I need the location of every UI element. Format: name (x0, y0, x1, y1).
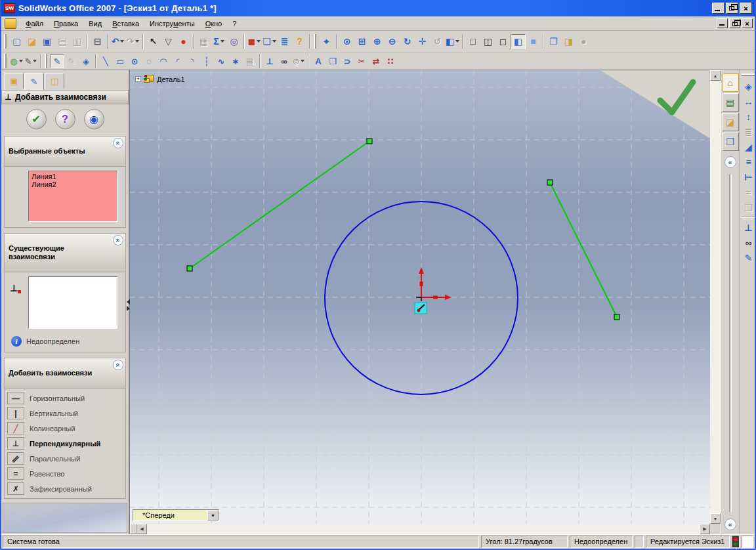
collapse-chevron-button[interactable]: « (113, 235, 123, 245)
shadows-in-shaded-mode-button[interactable]: ❐ (546, 34, 561, 49)
combo-dropdown-button[interactable]: ▼ (207, 510, 219, 520)
collapse-chevron-button[interactable]: « (113, 138, 123, 148)
print-button[interactable]: ⊟ (90, 34, 105, 49)
centerpoint-arc-tool-button[interactable]: ◠ (156, 54, 171, 68)
relation-row-collinear[interactable]: ╱ Колинеарный (5, 421, 125, 436)
ordinate-dimension-button[interactable]: ≡ (741, 154, 756, 169)
relation-row-horizontal[interactable]: — Горизонтальный (5, 391, 125, 406)
vertical-scrollbar[interactable]: ▲ ▼ (710, 70, 721, 524)
scroll-down-button[interactable]: ▼ (710, 513, 721, 524)
file-explorer-tab[interactable]: ◪ (722, 113, 739, 131)
scroll-left-button[interactable]: ◀ (136, 524, 147, 534)
hidden-lines-visible-button[interactable]: ◫ (480, 34, 495, 49)
vertical-relation-icon[interactable]: | (7, 407, 24, 419)
existing-relations-list[interactable] (28, 276, 117, 329)
open-document-button[interactable]: ◪ (24, 34, 39, 49)
menu-item-insert[interactable]: Вставка (107, 18, 144, 29)
sketch-button[interactable]: ✎ (50, 54, 64, 68)
menu-item-tools[interactable]: Инструменты (144, 18, 200, 29)
sketch-line[interactable] (190, 141, 369, 268)
graphics-area[interactable]: + Деталь1 *Спереди ▼ (130, 70, 710, 524)
toolbar-grip[interactable] (45, 54, 47, 68)
shaded-button[interactable]: ■ (526, 34, 541, 49)
modify-sketch-button[interactable]: ◈ (79, 54, 93, 68)
relation-row-vertical[interactable]: | Вертикальный (5, 406, 125, 421)
dynamic-mirror-button[interactable]: ⇄ (369, 54, 383, 68)
task-pane-collapse-button-bottom[interactable]: « (724, 518, 736, 530)
rotate-view-button[interactable]: ↻ (400, 34, 415, 49)
standard-views-button[interactable]: ◧ (445, 34, 460, 49)
three-point-arc-tool-button[interactable]: ◝ (185, 54, 200, 68)
sketch-line[interactable] (550, 182, 617, 317)
menu-item-file[interactable]: Файл (20, 18, 49, 29)
status-checkbox[interactable] (742, 536, 753, 548)
horizontal-dimension-button[interactable]: ↔ (741, 94, 756, 109)
display-delete-relations-button[interactable]: ∞ (277, 54, 291, 68)
toolbar-grip[interactable] (4, 34, 7, 49)
feature-tree-node[interactable]: + Деталь1 (135, 75, 185, 83)
vertical-dimension-button[interactable]: ↕ (741, 109, 756, 124)
dropdown-arrow-icon[interactable] (272, 40, 276, 43)
scrollbar-track[interactable] (147, 524, 700, 534)
dropdown-arrow-icon[interactable] (19, 60, 23, 62)
undo-button[interactable]: ↶ (110, 34, 125, 49)
zoom-to-selection-button[interactable]: ⊖ (385, 34, 400, 49)
minimize-button[interactable] (712, 3, 724, 14)
chamfer-dimension-button[interactable]: ◢ (741, 139, 756, 154)
snap-options-button[interactable]: ◍ (9, 54, 24, 68)
help-button[interactable]: ? (55, 109, 75, 129)
dropdown-arrow-icon[interactable] (455, 40, 459, 43)
pane-splitter-stub[interactable] (130, 524, 136, 534)
add-relation-button[interactable]: ⊥ (741, 220, 756, 235)
child-restore-button[interactable] (729, 18, 740, 28)
save-button[interactable]: ▣ (39, 34, 54, 49)
design-library-tab[interactable]: ▤ (722, 93, 739, 112)
relation-row-equal[interactable]: = Равенство (5, 466, 125, 481)
parallel-relation-icon[interactable]: ∥ (7, 452, 24, 465)
sketch-endpoint-handle[interactable] (547, 180, 553, 185)
convert-entities-button[interactable]: ❒ (326, 54, 340, 68)
collinear-relation-icon[interactable]: ╱ (7, 422, 24, 434)
toolbar-grip[interactable] (742, 74, 756, 76)
new-document-button[interactable]: ▢ (9, 34, 24, 49)
zoom-to-fit-button[interactable]: ⊙ (339, 34, 354, 49)
sketch-endpoint-handle[interactable] (614, 314, 620, 320)
collapse-chevron-button[interactable]: « (113, 360, 123, 370)
equal-relation-icon[interactable]: = (7, 467, 24, 480)
dropdown-arrow-icon[interactable] (120, 40, 124, 43)
grid-snap-settings-button[interactable]: ✎ (24, 54, 38, 68)
property-manager-tab[interactable]: ✎ (24, 73, 44, 91)
circle-tool-button[interactable]: ⊙ (127, 54, 142, 68)
child-minimize-button[interactable] (717, 18, 728, 28)
view-palette-tab[interactable]: ❒ (722, 133, 739, 151)
selected-entities-list[interactable]: Линия1 Линия2 (28, 171, 117, 222)
toolbar-grip[interactable] (314, 34, 316, 49)
check-active-document-button[interactable]: ◎ (226, 34, 242, 49)
centerline-tool-button[interactable]: ┆ (200, 54, 214, 68)
dropdown-arrow-icon[interactable] (257, 40, 261, 43)
selection-filter-button[interactable]: ▽ (161, 34, 176, 49)
restore-button[interactable] (726, 3, 738, 14)
viewport-layout-button[interactable]: ❏ (262, 34, 277, 49)
tangent-arc-tool-button[interactable]: ◜ (171, 54, 185, 68)
menu-item-edit[interactable]: Правка (49, 18, 83, 29)
feature-manager-tab[interactable]: ▣ (4, 73, 24, 89)
sketch-text-button[interactable]: A (311, 54, 326, 68)
fix-relation-icon[interactable]: ✗ (7, 482, 24, 495)
view-orientation-combo[interactable]: *Спереди ▼ (133, 509, 219, 521)
solidworks-resources-button[interactable]: ◼ (247, 34, 262, 49)
wireframe-button[interactable]: □ (465, 34, 480, 49)
perpendicular-relation-icon[interactable]: ⊥ (7, 437, 24, 450)
sketch-button[interactable]: ✎ (741, 250, 756, 265)
point-tool-button[interactable]: ∗ (228, 54, 243, 68)
section-view-button[interactable]: ◨ (561, 34, 576, 49)
help-button[interactable]: ? (292, 34, 307, 49)
dropdown-arrow-icon[interactable] (220, 40, 224, 43)
rectangle-tool-button[interactable]: ▭ (113, 54, 127, 68)
zoom-to-area-button[interactable]: ⊞ (354, 34, 369, 49)
sketch-endpoint-handle[interactable] (367, 138, 372, 144)
toolbar-grip[interactable] (4, 54, 7, 68)
horizontal-ordinate-dimension-button[interactable]: ⊢ (741, 169, 756, 184)
select-button[interactable]: ↖ (146, 34, 161, 49)
menu-item-help[interactable]: ? (227, 18, 242, 29)
